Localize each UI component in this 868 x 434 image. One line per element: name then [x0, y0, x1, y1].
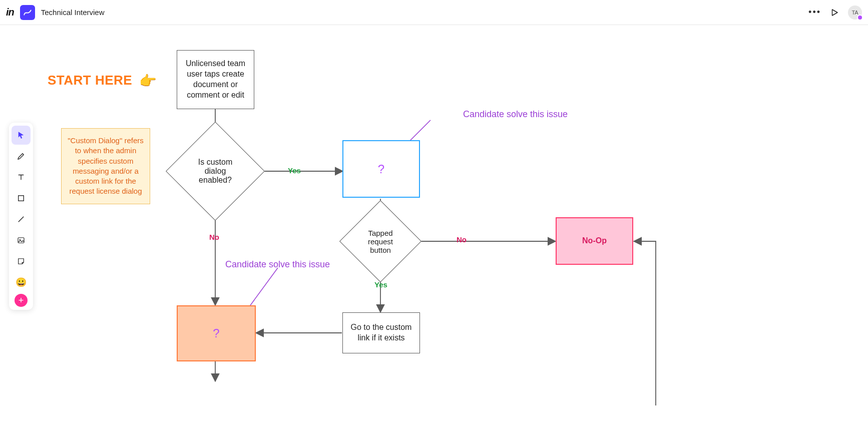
edge-no-2: No — [457, 235, 467, 244]
svg-rect-1 — [18, 238, 24, 243]
tool-image[interactable] — [12, 231, 31, 250]
freehand-icon[interactable] — [20, 5, 35, 20]
box-goto-link[interactable]: Go to the custom link if it exists — [342, 312, 420, 353]
user-avatar[interactable]: TA — [848, 6, 862, 20]
document-title[interactable]: Technical Interview — [41, 8, 105, 17]
tool-pointer[interactable] — [12, 126, 31, 145]
invision-logo[interactable]: in — [6, 7, 14, 18]
diamond-tapped-request-label: Tapped request button — [351, 212, 409, 270]
tool-line[interactable] — [12, 210, 31, 229]
tool-pencil[interactable] — [12, 147, 31, 166]
canvas[interactable]: START HERE 👉 "Custom Dialog" refers to w… — [0, 25, 868, 434]
edge-yes-2: Yes — [374, 280, 387, 289]
annotation-1: Candidate solve this issue — [463, 109, 568, 120]
topbar: in Technical Interview ••• TA — [0, 0, 868, 25]
edge-yes-1: Yes — [288, 166, 301, 175]
tool-text[interactable] — [12, 168, 31, 187]
box-unknown-orange[interactable]: ? — [177, 305, 256, 361]
tool-add[interactable]: + — [15, 294, 28, 307]
tool-sticky[interactable] — [12, 252, 31, 271]
annotation-2: Candidate solve this issue — [225, 259, 330, 270]
box-start[interactable]: Unlicensed team user taps create documen… — [177, 50, 254, 109]
more-menu-icon[interactable]: ••• — [808, 7, 821, 18]
svg-rect-0 — [19, 196, 24, 201]
diamond-custom-enabled-label: Is custom dialog enabled? — [180, 136, 250, 206]
tool-shape[interactable] — [12, 189, 31, 208]
pointing-hand-icon: 👉 — [139, 73, 157, 89]
box-unknown-blue[interactable]: ? — [342, 140, 420, 198]
diamond-custom-enabled[interactable]: Is custom dialog enabled? — [180, 136, 250, 206]
note-custom-dialog[interactable]: "Custom Dialog" refers to when the admin… — [61, 128, 150, 204]
box-noop[interactable]: No-Op — [556, 217, 633, 265]
edge-no-1: No — [209, 233, 219, 241]
start-here-label: START HERE — [48, 73, 132, 88]
present-icon[interactable] — [830, 8, 839, 17]
diamond-tapped-request[interactable]: Tapped request button — [351, 212, 409, 270]
left-toolbar: 😀 + — [9, 123, 33, 310]
tool-emoji[interactable]: 😀 — [12, 273, 31, 292]
